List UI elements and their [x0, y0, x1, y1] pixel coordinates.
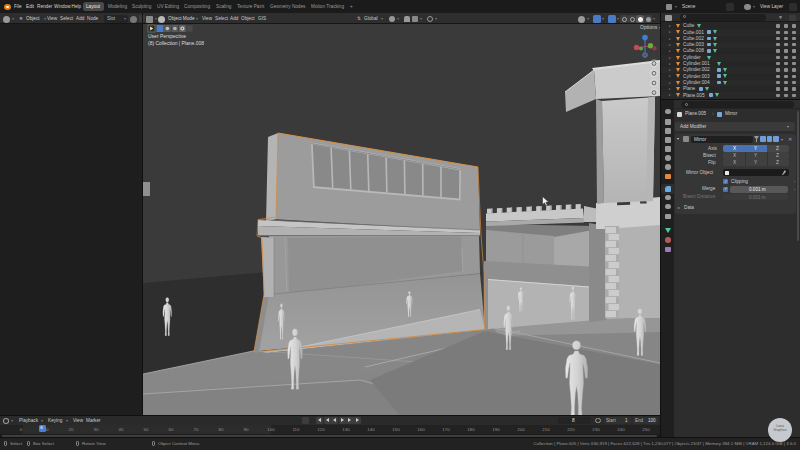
svg-text:(8) Collection | Plane.008: (8) Collection | Plane.008	[148, 40, 204, 46]
svg-text:User Perspective: User Perspective	[148, 33, 186, 39]
svg-text:Options: Options	[640, 24, 658, 30]
